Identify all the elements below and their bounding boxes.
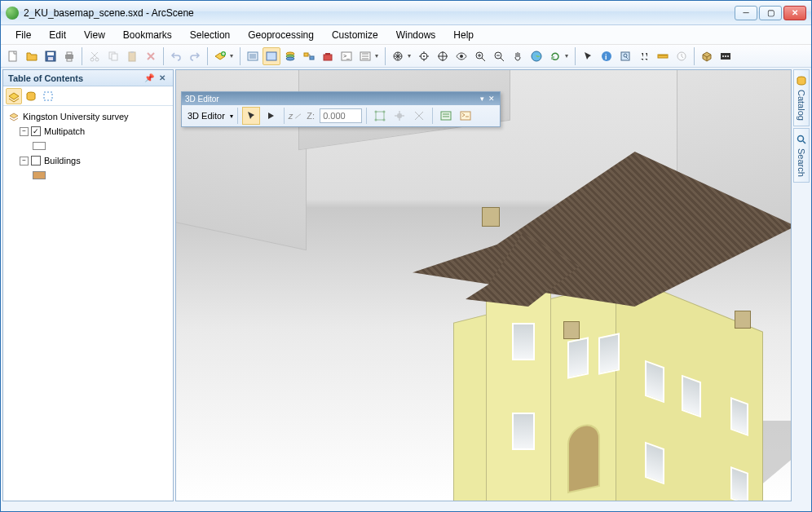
- svg-rect-18: [267, 52, 276, 60]
- window: [682, 375, 701, 418]
- menu-bookmarks[interactable]: Bookmarks: [115, 27, 180, 43]
- arcscene-app-icon: [6, 7, 19, 20]
- look-button[interactable]: [452, 47, 470, 65]
- 3d-editor-menu-dropdown[interactable]: ▾: [477, 94, 487, 104]
- z-label: Z:: [303, 111, 318, 121]
- identify-button[interactable]: i: [598, 47, 616, 65]
- pan-button[interactable]: [509, 47, 527, 65]
- sep: [284, 108, 285, 124]
- menu-windows[interactable]: Windows: [388, 27, 444, 43]
- list-by-selection-button[interactable]: [40, 88, 56, 104]
- measure-button[interactable]: [654, 47, 672, 65]
- menu-file[interactable]: File: [7, 27, 39, 43]
- svg-rect-5: [67, 52, 72, 55]
- app-window: 2_KU_basemap_scene.sxd - ArcScene ─ ▢ ✕ …: [0, 0, 812, 512]
- open-button[interactable]: [23, 47, 41, 65]
- window: [567, 337, 589, 379]
- toc-layer-row[interactable]: − Buildings: [8, 153, 168, 168]
- navigate-button[interactable]: [389, 47, 407, 65]
- model-builder-button[interactable]: [300, 47, 318, 65]
- animation-button[interactable]: [717, 47, 735, 65]
- 3d-cube-button[interactable]: [698, 47, 716, 65]
- undo-button[interactable]: [167, 47, 185, 65]
- minimize-button[interactable]: ─: [735, 6, 757, 20]
- scene-button[interactable]: [263, 47, 280, 65]
- edit-play-tool[interactable]: [262, 107, 280, 125]
- print-button[interactable]: [60, 47, 78, 65]
- toc-close-icon[interactable]: ✕: [157, 73, 168, 84]
- cut-button[interactable]: [86, 47, 104, 65]
- refresh-dropdown[interactable]: ▾: [565, 52, 571, 60]
- list-by-source-button[interactable]: [23, 88, 39, 104]
- workspace: Table of Contents 📌 ✕ Kingston Universit…: [1, 68, 811, 503]
- command-line-button[interactable]: >_: [338, 47, 355, 65]
- 3d-editor-titlebar[interactable]: 3D Editor ▾ ✕: [182, 92, 500, 105]
- toc-layer-row[interactable]: − ✓ Multipatch: [8, 124, 168, 139]
- paste-button[interactable]: [123, 47, 141, 65]
- refresh-button[interactable]: [546, 47, 564, 65]
- redo-button[interactable]: [186, 47, 204, 65]
- svg-rect-4: [65, 55, 73, 59]
- split-tool[interactable]: [410, 107, 428, 125]
- sketch-tool[interactable]: [371, 107, 389, 125]
- full-extent-button[interactable]: [527, 47, 545, 65]
- menu-geoprocessing[interactable]: Geoprocessing: [240, 27, 322, 43]
- window-buttons: ─ ▢ ✕: [735, 6, 806, 20]
- add-data-dropdown[interactable]: ▾: [230, 52, 236, 60]
- svg-rect-6: [67, 59, 72, 61]
- menu-customize[interactable]: Customize: [324, 27, 386, 43]
- center-button[interactable]: [434, 47, 452, 65]
- svg-rect-58: [461, 112, 470, 120]
- layer-checkbox[interactable]: [31, 156, 41, 166]
- search-tab[interactable]: Search: [793, 128, 810, 183]
- select-button[interactable]: [579, 47, 597, 65]
- create-features-tool[interactable]: [457, 107, 474, 125]
- zoom-in-button[interactable]: [471, 47, 489, 65]
- copy-button[interactable]: [104, 47, 122, 65]
- menu-help[interactable]: Help: [445, 27, 482, 43]
- expand-toggle[interactable]: −: [20, 127, 29, 136]
- snap-tool[interactable]: [391, 107, 408, 125]
- expand-toggle[interactable]: −: [20, 157, 29, 166]
- toc-pin-icon[interactable]: 📌: [143, 73, 155, 84]
- list-by-drawing-order-button[interactable]: [6, 88, 22, 104]
- layer-swatch: [33, 142, 46, 150]
- menu-view[interactable]: View: [76, 27, 113, 43]
- bay-wall: [486, 277, 551, 501]
- menu-selection[interactable]: Selection: [182, 27, 238, 43]
- add-data-button[interactable]: [211, 47, 229, 65]
- catalog-tab[interactable]: Catalog: [793, 69, 810, 126]
- python-button[interactable]: [356, 47, 374, 65]
- save-button[interactable]: [42, 47, 60, 65]
- scene-viewport[interactable]: 3D Editor ▾ ✕ 3D Editor▾ z⟋ Z:: [175, 69, 792, 501]
- table-of-contents-panel: Table of Contents 📌 ✕ Kingston Universit…: [2, 69, 174, 501]
- attributes-tool[interactable]: [437, 107, 455, 125]
- layers-button[interactable]: [281, 47, 299, 65]
- toc-button[interactable]: [244, 47, 262, 65]
- new-doc-button[interactable]: [4, 47, 22, 65]
- tool-dropdown[interactable]: ▾: [375, 52, 382, 60]
- svg-point-31: [423, 55, 425, 57]
- 3d-editor-menu-label[interactable]: 3D Editor: [184, 111, 228, 121]
- toc-swatch-row: [8, 168, 168, 183]
- toc-root[interactable]: Kingston University survey: [8, 109, 168, 124]
- maximize-button[interactable]: ▢: [759, 6, 782, 20]
- edit-select-tool[interactable]: [242, 107, 260, 125]
- 3d-editor-toolbar[interactable]: 3D Editor ▾ ✕ 3D Editor▾ z⟋ Z:: [181, 91, 501, 127]
- search-icon: [796, 134, 807, 145]
- z-input[interactable]: [320, 108, 362, 123]
- zoom-out-button[interactable]: [490, 47, 508, 65]
- target-button[interactable]: [415, 47, 433, 65]
- chimney: [563, 321, 580, 339]
- layer-checkbox[interactable]: ✓: [31, 126, 41, 136]
- 3d-editor-close-icon[interactable]: ✕: [487, 94, 496, 104]
- search-button[interactable]: [616, 47, 634, 65]
- layer-name: Buildings: [44, 156, 81, 166]
- menu-edit[interactable]: Edit: [41, 27, 74, 43]
- toolbox-button[interactable]: [319, 47, 337, 65]
- time-button[interactable]: [673, 47, 691, 65]
- close-button[interactable]: ✕: [783, 6, 806, 20]
- delete-button[interactable]: [142, 47, 160, 65]
- nav-dropdown[interactable]: ▾: [408, 52, 414, 60]
- find-button[interactable]: [635, 47, 653, 65]
